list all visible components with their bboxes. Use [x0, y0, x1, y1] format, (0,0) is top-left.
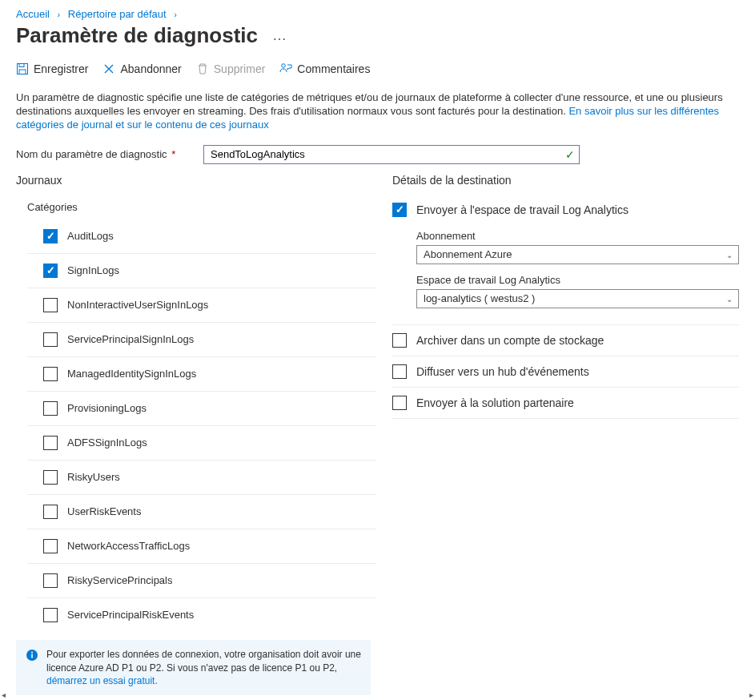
log-label: SignInLogs	[67, 264, 119, 276]
discard-icon	[102, 62, 115, 75]
dest-storage[interactable]: Archiver dans un compte de stockage	[392, 325, 739, 356]
dest-eventhub-checkbox[interactable]	[392, 364, 407, 379]
log-label: ManagedIdentitySignInLogs	[67, 368, 196, 380]
log-item[interactable]: ManagedIdentitySignInLogs	[27, 356, 376, 391]
info-text-wrap: Pour exporter les données de connexion, …	[46, 648, 361, 687]
log-label: ServicePrincipalRiskEvents	[67, 609, 194, 621]
dest-eventhub-label: Diffuser vers un hub d'événements	[416, 365, 589, 378]
dest-partner[interactable]: Envoyer à la solution partenaire	[392, 388, 739, 419]
log-checkbox[interactable]	[43, 505, 58, 519]
save-button[interactable]: Enregistrer	[16, 62, 88, 75]
scroll-left-icon: ◂	[2, 690, 6, 700]
svg-rect-1	[19, 64, 24, 67]
start-trial-link[interactable]: démarrez un essai gratuit.	[46, 675, 158, 686]
log-checkbox[interactable]	[43, 264, 58, 278]
log-categories-list[interactable]: AuditLogsSignInLogsNonInteractiveUserSig…	[16, 219, 376, 646]
save-label: Enregistrer	[34, 62, 88, 75]
feedback-button[interactable]: Commentaires	[279, 62, 370, 75]
description: Un paramètre de diagnostic spécifie une …	[0, 82, 753, 135]
subscription-label: Abonnement	[416, 230, 739, 242]
workspace-select[interactable]: log-analytics ( westus2 ) ⌄	[416, 289, 739, 308]
required-asterisk: *	[171, 148, 175, 160]
subscription-value: Abonnement Azure	[424, 248, 512, 260]
log-label: RiskyServicePrincipals	[67, 574, 172, 586]
log-item[interactable]: ServicePrincipalRiskEvents	[27, 597, 376, 632]
categories-heading: Catégories	[27, 201, 376, 213]
delete-button: Supprimer	[196, 62, 266, 75]
dest-partner-label: Envoyer à la solution partenaire	[416, 396, 574, 409]
log-label: RiskyUsers	[67, 471, 120, 483]
log-item[interactable]: SignInLogs	[27, 253, 376, 288]
log-checkbox[interactable]	[43, 539, 58, 553]
chevron-right-icon: ›	[174, 10, 177, 19]
name-label: Nom du paramètre de diagnostic *	[16, 148, 192, 160]
log-label: ProvisioningLogs	[67, 402, 147, 414]
dest-storage-checkbox[interactable]	[392, 333, 407, 348]
workspace-value: log-analytics ( westus2 )	[424, 292, 535, 304]
log-label: ADFSSignInLogs	[67, 436, 147, 449]
log-label: UserRiskEvents	[67, 505, 141, 517]
log-checkbox[interactable]	[43, 332, 58, 347]
chevron-right-icon: ›	[58, 10, 61, 19]
log-item[interactable]: ProvisioningLogs	[27, 391, 376, 425]
dest-log-analytics-details: Abonnement Abonnement Azure ⌄ Espace de …	[392, 225, 739, 325]
setting-name-input[interactable]	[203, 145, 580, 164]
info-bar: Pour exporter les données de connexion, …	[16, 640, 371, 695]
log-item[interactable]: NonInteractiveUserSignInLogs	[27, 288, 376, 322]
breadcrumb-home[interactable]: Accueil	[16, 8, 50, 20]
workspace-label: Espace de travail Log Analytics	[416, 274, 739, 286]
svg-point-6	[31, 652, 33, 654]
feedback-icon	[279, 62, 292, 75]
delete-icon	[196, 62, 209, 75]
breadcrumb: Accueil › Répertoire par défaut ›	[0, 0, 755, 20]
page-title: Paramètre de diagnostic	[16, 23, 258, 48]
subscription-select[interactable]: Abonnement Azure ⌄	[416, 245, 739, 264]
delete-label: Supprimer	[214, 62, 266, 75]
more-button[interactable]: …	[272, 27, 287, 44]
svg-rect-0	[18, 64, 28, 74]
log-item[interactable]: ServicePrincipalSignInLogs	[27, 322, 376, 356]
scroll-right-icon: ▸	[749, 690, 753, 700]
destination-heading: Détails de la destination	[392, 174, 739, 187]
svg-rect-5	[31, 654, 33, 658]
name-row: Nom du paramètre de diagnostic * ✓	[0, 135, 755, 174]
log-checkbox[interactable]	[43, 470, 58, 485]
log-checkbox[interactable]	[43, 573, 58, 588]
log-label: NonInteractiveUserSignInLogs	[67, 299, 208, 311]
logs-heading: Journaux	[16, 174, 376, 187]
feedback-label: Commentaires	[297, 62, 370, 75]
validation-check-icon: ✓	[565, 148, 575, 161]
dest-storage-label: Archiver dans un compte de stockage	[416, 334, 604, 347]
discard-button[interactable]: Abandonner	[102, 62, 181, 75]
info-icon	[26, 649, 38, 662]
log-checkbox[interactable]	[43, 298, 58, 312]
discard-label: Abandonner	[120, 62, 181, 75]
info-text: Pour exporter les données de connexion, …	[46, 649, 361, 673]
save-icon	[16, 62, 29, 75]
log-label: NetworkAccessTrafficLogs	[67, 540, 190, 552]
log-label: ServicePrincipalSignInLogs	[67, 333, 194, 345]
log-item[interactable]: AuditLogs	[27, 219, 376, 253]
dest-log-analytics[interactable]: Envoyer à l'espace de travail Log Analyt…	[392, 195, 739, 225]
dest-log-analytics-checkbox[interactable]	[392, 203, 407, 217]
dest-partner-checkbox[interactable]	[392, 396, 407, 410]
name-label-text: Nom du paramètre de diagnostic	[16, 148, 167, 160]
toolbar: Enregistrer Abandonner Supprimer Comment…	[0, 56, 755, 82]
log-checkbox[interactable]	[43, 367, 58, 381]
log-item[interactable]: RiskyUsers	[27, 460, 376, 494]
log-checkbox[interactable]	[43, 401, 58, 416]
log-label: AuditLogs	[67, 230, 114, 242]
dest-log-analytics-label: Envoyer à l'espace de travail Log Analyt…	[416, 203, 628, 216]
dest-eventhub[interactable]: Diffuser vers un hub d'événements	[392, 356, 739, 388]
page-title-row: Paramètre de diagnostic …	[0, 20, 755, 56]
breadcrumb-directory[interactable]: Répertoire par défaut	[68, 8, 167, 20]
log-item[interactable]: NetworkAccessTrafficLogs	[27, 529, 376, 563]
log-checkbox[interactable]	[43, 436, 58, 450]
log-item[interactable]: RiskyServicePrincipals	[27, 563, 376, 597]
log-checkbox[interactable]	[43, 608, 58, 622]
log-item[interactable]: UserRiskEvents	[27, 494, 376, 529]
log-checkbox[interactable]	[43, 229, 58, 243]
log-item[interactable]: ADFSSignInLogs	[27, 425, 376, 460]
svg-rect-2	[19, 70, 26, 74]
svg-point-3	[282, 64, 286, 68]
